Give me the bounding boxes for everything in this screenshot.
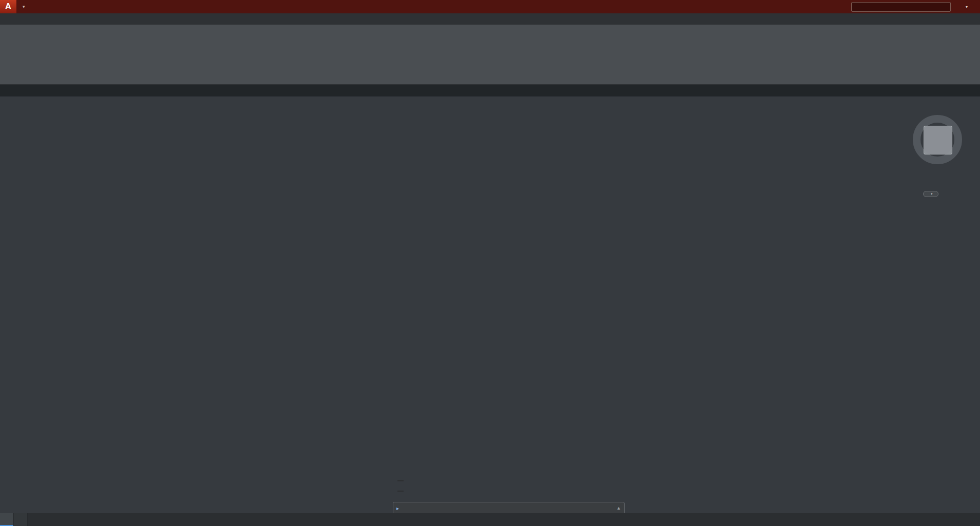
command-bar[interactable]: ▸ ▲ <box>393 502 625 513</box>
autocad-window: A ▾ ▾ ▾ <box>0 0 980 526</box>
layout-tabs <box>0 513 37 526</box>
add-layout-button[interactable] <box>28 513 37 526</box>
titlebar: A ▾ ▾ <box>0 0 980 13</box>
autocad-logo-icon[interactable]: A <box>0 0 16 13</box>
titlebar-right: ▾ <box>851 2 980 12</box>
command-history-line <box>397 480 404 481</box>
viewcube-top[interactable] <box>924 126 952 154</box>
statusbar <box>0 513 980 526</box>
command-input[interactable] <box>402 504 613 513</box>
sign-in-button[interactable]: ▾ <box>961 3 968 10</box>
command-caret-icon: ▸ <box>396 505 399 511</box>
command-expand-icon[interactable]: ▲ <box>616 505 621 511</box>
ribbon <box>0 25 980 85</box>
wcs-selector[interactable]: ▾ <box>923 191 938 197</box>
search-input[interactable] <box>851 2 951 12</box>
tab-model[interactable] <box>0 513 14 526</box>
ribbon-tab-bar <box>0 13 980 25</box>
tab-layout1[interactable] <box>14 513 28 526</box>
command-history-line <box>397 491 404 492</box>
file-tab-bar <box>0 85 980 97</box>
drawing-canvas[interactable]: ▾ ▸ ▲ <box>0 96 980 513</box>
navigation-compass[interactable] <box>902 104 973 176</box>
qat-dropdown-icon[interactable]: ▾ <box>23 4 25 9</box>
